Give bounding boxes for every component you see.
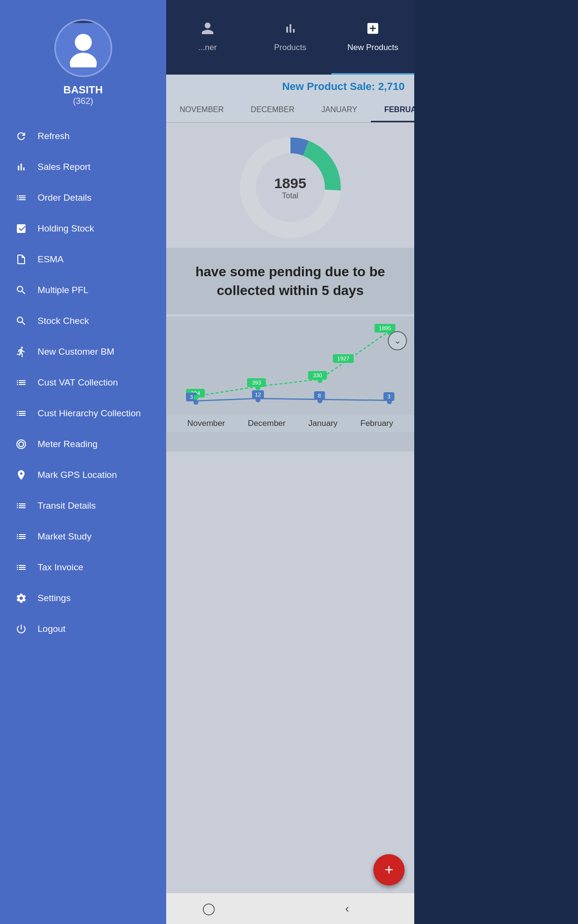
sidebar-item-stock-check[interactable]: Stock Check — [0, 306, 166, 336]
tab-new-products[interactable]: New Products — [331, 0, 414, 75]
month-tab-february[interactable]: FEBRUARY — [371, 99, 414, 122]
fab-button[interactable]: + — [373, 854, 405, 886]
svg-point-27 — [194, 400, 198, 405]
svg-point-25 — [317, 378, 322, 383]
cust-vat-collection-icon — [14, 376, 28, 389]
chart-label-feb: February — [360, 419, 393, 428]
month-tab-january[interactable]: JANUARY — [308, 99, 370, 122]
sidebar-item-label-logout: Logout — [38, 624, 66, 634]
stock-check-icon — [14, 314, 28, 328]
sidebar-item-tax-invoice[interactable]: Tax Invoice — [0, 552, 166, 583]
refresh-icon — [14, 129, 28, 143]
sidebar-item-transit-details[interactable]: Transit Details — [0, 490, 166, 521]
new-product-sale-header: New Product Sale: 2,710 — [166, 75, 414, 99]
sidebar-item-meter-reading[interactable]: Meter Reading — [0, 429, 166, 460]
chart-label-nov: November — [187, 419, 225, 428]
svg-point-28 — [255, 398, 260, 402]
mark-gps-location-icon — [14, 468, 28, 482]
svg-text:8: 8 — [318, 393, 321, 399]
bottom-nav-back[interactable]: ‹ — [345, 902, 349, 915]
svg-point-23 — [194, 395, 198, 400]
sidebar-item-refresh[interactable]: Refresh — [0, 121, 166, 152]
sidebar-item-label-sales-report: Sales Report — [38, 162, 91, 172]
chart-label-jan: January — [308, 419, 337, 428]
month-tab-december[interactable]: DECEMBER — [237, 99, 308, 122]
tab-products-label: Products — [274, 43, 306, 52]
sidebar-item-label-cust-vat-collection: Cust VAT Collection — [38, 377, 118, 388]
sidebar-item-label-new-customer-bm: New Customer BM — [38, 346, 114, 357]
donut-total: 1895 — [274, 175, 306, 192]
svg-point-1 — [70, 53, 97, 67]
market-study-icon — [14, 530, 28, 543]
sidebar-item-logout[interactable]: Logout — [0, 614, 166, 644]
multiple-pfl-icon — [14, 283, 28, 297]
settings-icon — [14, 591, 28, 605]
fab-icon: + — [384, 861, 394, 879]
products-tab-icon — [283, 21, 298, 39]
logout-icon — [14, 622, 28, 636]
esma-icon — [14, 253, 28, 266]
chart-label-dec: December — [248, 419, 286, 428]
sidebar-item-label-order-details: Order Details — [38, 192, 92, 203]
month-tab-november[interactable]: NOVEMBER — [166, 99, 237, 122]
donut-label: Total — [274, 192, 306, 200]
bottom-nav-home[interactable]: ◯ — [202, 902, 215, 915]
svg-point-0 — [75, 34, 92, 51]
sidebar-item-multiple-pfl[interactable]: Multiple PFL — [0, 275, 166, 306]
sidebar-item-mark-gps-location[interactable]: Mark GPS Location — [0, 460, 166, 490]
avatar — [54, 19, 112, 77]
sidebar-item-holding-stock[interactable]: Holding Stock — [0, 213, 166, 244]
new-products-tab-icon — [366, 21, 380, 39]
line-chart-section: ⌄ 304 393 330 1895 1927 — [166, 317, 414, 451]
sidebar-item-new-customer-bm[interactable]: New Customer BM — [0, 336, 166, 367]
sidebar-item-label-holding-stock: Holding Stock — [38, 223, 94, 234]
sidebar-item-settings[interactable]: Settings — [0, 583, 166, 614]
svg-text:393: 393 — [252, 380, 261, 386]
svg-text:1927: 1927 — [337, 356, 349, 362]
cust-hierarchy-collection-icon — [14, 407, 28, 420]
donut-center: 1895 Total — [274, 175, 306, 200]
sidebar-item-label-market-study: Market Study — [38, 531, 92, 542]
svg-point-30 — [387, 399, 392, 404]
sidebar-item-market-study[interactable]: Market Study — [0, 521, 166, 552]
sidebar-item-label-esma: ESMA — [38, 254, 64, 265]
main-content: ...ner Products New Products New Product… — [166, 0, 414, 924]
pending-message: have some pending due to be collected wi… — [166, 248, 414, 314]
pending-text: have some pending due to be collected wi… — [196, 264, 385, 298]
sidebar-item-label-refresh: Refresh — [38, 131, 70, 141]
chart-area: New Product Sale: 2,710 NOVEMBER DECEMBE… — [166, 75, 414, 924]
sidebar-item-cust-hierarchy-collection[interactable]: Cust Hierarchy Collection — [0, 398, 166, 429]
sidebar-item-sales-report[interactable]: Sales Report — [0, 152, 166, 182]
svg-point-24 — [255, 385, 260, 390]
customer-tab-icon — [200, 21, 215, 39]
sidebar-item-label-multiple-pfl: Multiple PFL — [38, 285, 89, 295]
sidebar: BASITH (362) RefreshSales ReportOrder De… — [0, 0, 166, 924]
line-chart-svg: 304 393 330 1895 1927 3 12 8 3 — [166, 317, 414, 413]
month-tabs: NOVEMBER DECEMBER JANUARY FEBRUARY — [166, 99, 414, 123]
username: BASITH — [64, 84, 103, 96]
tab-products[interactable]: Products — [249, 0, 332, 75]
user-code: (362) — [73, 96, 93, 106]
sidebar-item-label-settings: Settings — [38, 593, 71, 603]
svg-text:3: 3 — [190, 395, 193, 400]
transit-details-icon — [14, 499, 28, 513]
chart-labels: November December January February — [166, 415, 414, 432]
profile-section: BASITH (362) — [0, 0, 166, 116]
menu-list: RefreshSales ReportOrder DetailsHolding … — [0, 121, 166, 914]
tab-customer[interactable]: ...ner — [166, 0, 249, 75]
sidebar-item-order-details[interactable]: Order Details — [0, 182, 166, 213]
tax-invoice-icon — [14, 561, 28, 574]
top-nav: ...ner Products New Products — [166, 0, 414, 75]
new-customer-bm-icon — [14, 345, 28, 359]
sidebar-item-cust-vat-collection[interactable]: Cust VAT Collection — [0, 367, 166, 398]
sidebar-item-label-tax-invoice: Tax Invoice — [38, 562, 83, 573]
holding-stock-icon — [14, 222, 28, 235]
svg-text:3: 3 — [387, 394, 390, 400]
tab-customer-label: ...ner — [198, 43, 217, 52]
svg-text:330: 330 — [313, 373, 322, 379]
sidebar-item-label-stock-check: Stock Check — [38, 316, 89, 326]
sidebar-item-esma[interactable]: ESMA — [0, 244, 166, 275]
sidebar-item-label-transit-details: Transit Details — [38, 500, 96, 511]
sales-report-icon — [14, 160, 28, 174]
sale-header-text: New Product Sale: 2,710 — [282, 80, 405, 92]
